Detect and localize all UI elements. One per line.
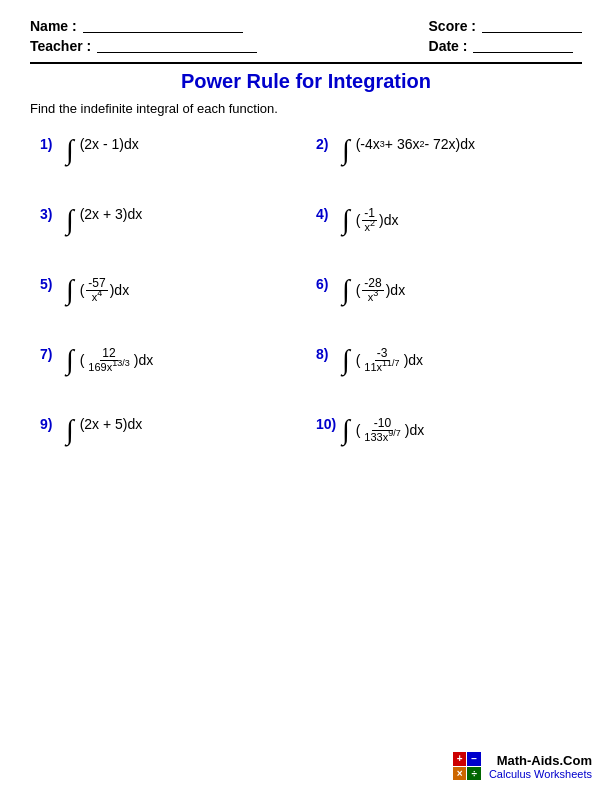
problem-expression: (-57x4)dx [80,276,129,305]
fraction: -1x2 [362,206,377,235]
name-label: Name : [30,18,77,34]
problem-item: 10)∫(-10133x9/7)dx [306,406,582,476]
fraction-denominator: x2 [362,221,377,234]
fraction: -28x3 [362,276,383,305]
date-row: Date : [429,38,582,54]
header-divider [30,62,582,64]
date-input-line[interactable] [473,39,573,53]
problem-expression: (12169x13/3)dx [80,346,154,375]
header: Name : Teacher : Score : Date : [30,18,582,54]
problem-number: 4) [316,206,338,222]
integral-symbol: ∫ [342,346,350,374]
problem-expression: (-311x11/7)dx [356,346,423,375]
fraction-denominator: 169x13/3 [86,361,131,374]
integral-symbol: ∫ [342,276,350,304]
problem-expression: (2x + 3)dx [80,206,143,222]
problem-number: 2) [316,136,338,152]
score-row: Score : [429,18,582,34]
teacher-row: Teacher : [30,38,257,54]
problem-expression: (-10133x9/7)dx [356,416,425,445]
problem-number: 9) [40,416,62,432]
integral-symbol: ∫ [66,346,74,374]
problem-item: 7)∫(12169x13/3)dx [30,336,306,406]
problem-item: 6)∫(-28x3)dx [306,266,582,336]
problem-number: 6) [316,276,338,292]
header-right: Score : Date : [429,18,582,54]
problem-expression: (2x - 1)dx [80,136,139,152]
instructions: Find the indefinite integral of each fun… [30,101,582,116]
fraction-denominator: x3 [366,291,381,304]
integral-symbol: ∫ [342,416,350,444]
problem-number: 7) [40,346,62,362]
problem-number: 3) [40,206,62,222]
fraction: 12169x13/3 [86,346,131,375]
teacher-label: Teacher : [30,38,91,54]
integral-symbol: ∫ [66,276,74,304]
footer-main: Math-Aids.Com [489,753,592,768]
problems-grid: 1)∫(2x - 1)dx2)∫(-4x3 + 36x2 - 72x)dx3)∫… [30,126,582,476]
name-row: Name : [30,18,257,34]
icon-cell-times: × [453,767,467,781]
icon-cell-div: ÷ [467,767,481,781]
page-title: Power Rule for Integration [30,70,582,93]
icon-cell-minus: − [467,752,481,766]
problem-number: 8) [316,346,338,362]
icon-cell-plus: + [453,752,467,766]
problem-item: 1)∫(2x - 1)dx [30,126,306,196]
integral-symbol: ∫ [66,136,74,164]
score-label: Score : [429,18,476,34]
integral-symbol: ∫ [66,416,74,444]
fraction-denominator: 11x11/7 [362,361,401,374]
integral-symbol: ∫ [342,206,350,234]
page: Name : Teacher : Score : Date : Power Ru… [0,0,612,792]
problem-expression: (-1x2)dx [356,206,399,235]
problem-number: 10) [316,416,338,432]
footer-text: Math-Aids.Com Calculus Worksheets [489,753,592,780]
problem-expression: (-4x3 + 36x2 - 72x)dx [356,136,475,152]
teacher-input-line[interactable] [97,39,257,53]
fraction: -57x4 [86,276,107,305]
problem-expression: (2x + 5)dx [80,416,143,432]
fraction: -10133x9/7 [362,416,402,445]
problem-item: 5)∫(-57x4)dx [30,266,306,336]
problem-item: 9)∫(2x + 5)dx [30,406,306,476]
integral-symbol: ∫ [342,136,350,164]
fraction-denominator: x4 [90,291,105,304]
problem-item: 3)∫(2x + 3)dx [30,196,306,266]
fraction: -311x11/7 [362,346,401,375]
date-label: Date : [429,38,468,54]
footer: + − × ÷ Math-Aids.Com Calculus Worksheet… [453,752,592,780]
fraction-denominator: 133x9/7 [362,431,402,444]
math-aids-icon: + − × ÷ [453,752,481,780]
problem-item: 2)∫(-4x3 + 36x2 - 72x)dx [306,126,582,196]
integral-symbol: ∫ [66,206,74,234]
header-left: Name : Teacher : [30,18,257,54]
problem-expression: (-28x3)dx [356,276,405,305]
score-input-line[interactable] [482,19,582,33]
problem-item: 8)∫(-311x11/7)dx [306,336,582,406]
problem-number: 1) [40,136,62,152]
name-input-line[interactable] [83,19,243,33]
problem-number: 5) [40,276,62,292]
footer-sub: Calculus Worksheets [489,768,592,780]
problem-item: 4)∫(-1x2)dx [306,196,582,266]
